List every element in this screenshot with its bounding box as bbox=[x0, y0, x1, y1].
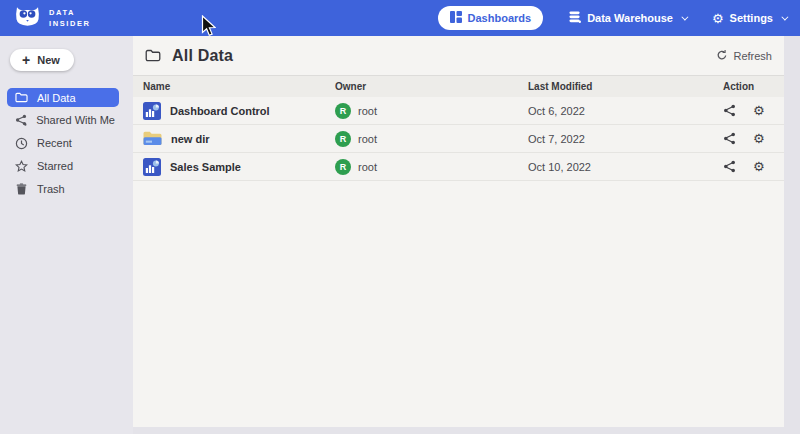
owner-name: root bbox=[358, 161, 377, 173]
title-bar: All Data Refresh bbox=[133, 36, 784, 76]
folder-icon bbox=[14, 92, 28, 103]
dashboards-label: Dashboards bbox=[468, 12, 532, 24]
data-warehouse-label: Data Warehouse bbox=[587, 12, 673, 24]
file-name: Dashboard Control bbox=[170, 105, 270, 117]
dashboard-icon bbox=[450, 11, 462, 25]
folder-icon bbox=[145, 49, 161, 62]
dashboard-icon bbox=[143, 158, 161, 176]
owner-name: root bbox=[358, 105, 377, 117]
refresh-label: Refresh bbox=[733, 50, 772, 62]
share-button[interactable] bbox=[723, 132, 736, 145]
owl-logo-icon bbox=[14, 6, 41, 31]
clock-icon bbox=[14, 137, 28, 150]
column-header-action: Action bbox=[723, 81, 784, 92]
file-name: Sales Sample bbox=[170, 161, 241, 173]
new-button[interactable]: + New bbox=[10, 49, 74, 71]
table-header: Name Owner Last Modified Action bbox=[133, 76, 784, 97]
last-modified: Oct 6, 2022 bbox=[528, 105, 723, 117]
dashboard-icon bbox=[143, 102, 161, 120]
share-button[interactable] bbox=[723, 104, 736, 117]
share-button[interactable] bbox=[723, 160, 736, 173]
settings-gear-button[interactable]: ⚙ bbox=[753, 160, 765, 173]
sidebar-item-all-data[interactable]: All Data bbox=[7, 88, 119, 107]
owner-avatar: R bbox=[335, 159, 351, 175]
settings-label: Settings bbox=[730, 12, 773, 24]
brand: DATA INSIDER bbox=[14, 6, 91, 31]
settings-gear-button[interactable]: ⚙ bbox=[753, 104, 765, 117]
brand-text: DATA INSIDER bbox=[49, 7, 91, 30]
owner-avatar: R bbox=[335, 131, 351, 147]
sidebar-item-label: Recent bbox=[37, 137, 72, 149]
sidebar-nav: All Data Shared With Me Recent Starred T… bbox=[0, 88, 133, 199]
last-modified: Oct 7, 2022 bbox=[528, 133, 723, 145]
app-header: DATA INSIDER Dashboards bbox=[0, 0, 800, 36]
sidebar: + New All Data Shared With Me Recent Sta… bbox=[0, 36, 133, 434]
owner-avatar: R bbox=[335, 103, 351, 119]
column-header-name: Name bbox=[143, 81, 335, 92]
chevron-down-icon bbox=[681, 13, 688, 20]
dashboards-button[interactable]: Dashboards bbox=[438, 6, 544, 30]
new-button-label: New bbox=[37, 54, 60, 66]
sidebar-item-trash[interactable]: Trash bbox=[7, 179, 119, 199]
star-icon bbox=[14, 160, 28, 173]
refresh-icon bbox=[716, 49, 728, 63]
sidebar-item-label: Starred bbox=[37, 160, 73, 172]
page-title: All Data bbox=[172, 47, 233, 65]
folder-file-icon bbox=[143, 131, 162, 146]
data-warehouse-menu[interactable]: Data Warehouse bbox=[569, 11, 686, 25]
sidebar-item-label: Trash bbox=[37, 183, 65, 195]
sidebar-item-recent[interactable]: Recent bbox=[7, 133, 119, 153]
share-icon bbox=[14, 114, 27, 126]
gear-icon: ⚙ bbox=[712, 12, 724, 25]
owner-name: root bbox=[358, 133, 377, 145]
trash-icon bbox=[14, 183, 28, 195]
table-row[interactable]: Dashboard Control R root Oct 6, 2022 ⚙ bbox=[133, 97, 784, 125]
settings-gear-button[interactable]: ⚙ bbox=[753, 132, 765, 145]
plus-icon: + bbox=[22, 55, 30, 65]
settings-menu[interactable]: ⚙ Settings bbox=[712, 12, 786, 25]
chevron-down-icon bbox=[781, 13, 788, 20]
table-row[interactable]: Sales Sample R root Oct 10, 2022 ⚙ bbox=[133, 153, 784, 181]
top-nav: Dashboards Data Warehouse ⚙ Settings bbox=[438, 6, 786, 30]
database-icon bbox=[569, 11, 581, 25]
table-row[interactable]: new dir R root Oct 7, 2022 ⚙ bbox=[133, 125, 784, 153]
column-header-owner: Owner bbox=[335, 81, 528, 92]
table-body: Dashboard Control R root Oct 6, 2022 ⚙ n… bbox=[133, 97, 784, 181]
main-content: All Data Refresh Name Owner Last Modifie… bbox=[133, 36, 784, 427]
refresh-button[interactable]: Refresh bbox=[716, 49, 772, 63]
sidebar-item-label: All Data bbox=[37, 92, 76, 104]
file-name: new dir bbox=[171, 133, 210, 145]
last-modified: Oct 10, 2022 bbox=[528, 161, 723, 173]
sidebar-item-shared-with-me[interactable]: Shared With Me bbox=[7, 110, 119, 130]
sidebar-item-starred[interactable]: Starred bbox=[7, 156, 119, 176]
sidebar-item-label: Shared With Me bbox=[36, 114, 115, 126]
column-header-last-modified: Last Modified bbox=[528, 81, 723, 92]
